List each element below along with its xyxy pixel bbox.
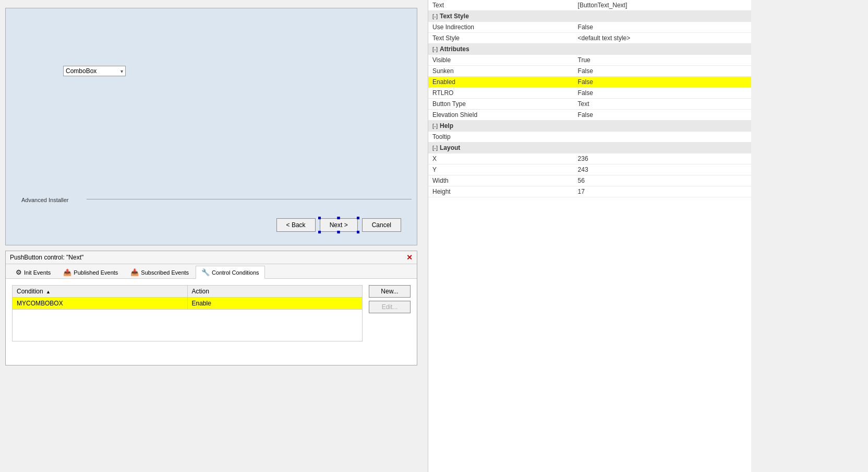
tab-init-events[interactable]: ⚙ Init Events xyxy=(10,266,56,278)
condition-cell: MYCOMBOBOX xyxy=(13,298,188,309)
designer-area: ComboBox ▾ Advanced Installer < Back Nex… xyxy=(0,0,428,472)
close-panel-button[interactable]: ✕ xyxy=(406,253,413,262)
prop-label-y: Y xyxy=(428,164,574,175)
subscribed-events-icon: 📥 xyxy=(130,268,139,276)
prop-label-text: Text xyxy=(428,0,574,11)
prop-label-rtlro: RTLRO xyxy=(428,88,574,99)
prop-value-enabled[interactable]: False xyxy=(574,77,751,88)
prop-label-tooltip: Tooltip xyxy=(428,132,574,143)
selection-handle-tm xyxy=(337,217,340,219)
bottom-panel-title-text: PushButton control: "Next" xyxy=(10,254,83,261)
prop-label-text-style: Text Style xyxy=(428,33,574,44)
bottom-panel-title-bar: PushButton control: "Next" ✕ xyxy=(6,251,417,264)
table-header: Condition ▲ Action xyxy=(13,286,362,298)
combobox-dropdown-icon: ▾ xyxy=(120,68,123,74)
prop-value-rtlro: False xyxy=(574,88,751,99)
collapse-icon[interactable]: [-] xyxy=(432,123,438,129)
prop-label-sunken: Sunken xyxy=(428,66,574,77)
prop-label-height: Height xyxy=(428,186,574,197)
action-buttons: New... Edit... xyxy=(369,285,411,313)
prop-value-text-style: <default text style> xyxy=(574,33,751,44)
bottom-panel: PushButton control: "Next" ✕ ⚙ Init Even… xyxy=(5,251,417,365)
prop-label-visible: Visible xyxy=(428,55,574,66)
collapse-icon[interactable]: [-] xyxy=(432,145,438,151)
empty-table-area xyxy=(13,310,362,341)
prop-value-button-type: Text xyxy=(574,99,751,110)
new-condition-button[interactable]: New... xyxy=(369,285,411,298)
tab-control-conditions-label: Control Conditions xyxy=(212,269,259,276)
selection-handle-tl xyxy=(318,217,321,219)
combobox-control[interactable]: ComboBox ▾ xyxy=(63,66,126,76)
table-wrapper: Condition ▲ Action MYCOMBOBOX Enable New… xyxy=(12,285,411,341)
prop-label-button-type: Button Type xyxy=(428,99,574,110)
control-conditions-icon: 🔧 xyxy=(201,268,210,276)
combobox-container: ComboBox ▾ xyxy=(63,66,126,76)
tab-subscribed-events[interactable]: 📥 Subscribed Events xyxy=(125,266,195,278)
panel-content: Condition ▲ Action MYCOMBOBOX Enable New… xyxy=(6,279,417,364)
properties-table: Text[ButtonText_Next][-]Text StyleUse In… xyxy=(428,0,751,197)
prop-value-visible: True xyxy=(574,55,751,66)
next-button[interactable]: Next > xyxy=(320,218,358,232)
prop-value-tooltip xyxy=(574,132,751,143)
prop-value-width: 56 xyxy=(574,175,751,186)
tab-subscribed-events-label: Subscribed Events xyxy=(141,269,189,276)
cancel-button[interactable]: Cancel xyxy=(362,218,401,232)
advanced-installer-label: Advanced Installer xyxy=(21,197,69,203)
prop-label-enabled: Enabled xyxy=(428,77,574,88)
properties-panel: Text[ButtonText_Next][-]Text StyleUse In… xyxy=(428,0,751,472)
tab-published-events-label: Published Events xyxy=(74,269,118,276)
selection-handle-tr xyxy=(357,217,359,219)
tab-init-events-label: Init Events xyxy=(24,269,51,276)
prop-value-use-indirection: False xyxy=(574,22,751,33)
back-button[interactable]: < Back xyxy=(276,218,316,232)
prop-label-elevation-shield: Elevation Shield xyxy=(428,110,574,121)
init-events-icon: ⚙ xyxy=(16,268,22,276)
section-header-layout: [-]Layout xyxy=(428,143,751,154)
prop-value-elevation-shield: False xyxy=(574,110,751,121)
prop-value-text: [ButtonText_Next] xyxy=(574,0,751,11)
tab-control-conditions[interactable]: 🔧 Control Conditions xyxy=(196,266,265,279)
prop-label-x: X xyxy=(428,154,574,164)
prop-label-width: Width xyxy=(428,175,574,186)
sort-arrow: ▲ xyxy=(46,289,51,294)
selection-handle-bm xyxy=(337,231,340,233)
collapse-icon[interactable]: [-] xyxy=(432,14,438,19)
selection-handle-br xyxy=(357,231,359,233)
advanced-installer-divider xyxy=(87,199,412,199)
tab-published-events[interactable]: 📤 Published Events xyxy=(57,266,124,278)
section-header-attributes: [-]Attributes xyxy=(428,44,751,55)
prop-value-y: 243 xyxy=(574,164,751,175)
action-header: Action xyxy=(188,286,363,297)
action-cell: Enable xyxy=(188,298,363,309)
selection-handle-bl xyxy=(318,231,321,233)
conditions-table-container: Condition ▲ Action MYCOMBOBOX Enable xyxy=(12,285,363,341)
prop-value-x: 236 xyxy=(574,154,751,164)
condition-header: Condition ▲ xyxy=(13,286,188,297)
prop-label-use-indirection: Use Indirection xyxy=(428,22,574,33)
prop-value-height: 17 xyxy=(574,186,751,197)
section-header-help: [-]Help xyxy=(428,121,751,132)
dialog-preview: ComboBox ▾ Advanced Installer < Back Nex… xyxy=(5,8,417,245)
collapse-icon[interactable]: [-] xyxy=(432,46,438,52)
tabs-bar: ⚙ Init Events 📤 Published Events 📥 Subsc… xyxy=(6,264,417,279)
edit-condition-button[interactable]: Edit... xyxy=(369,301,411,313)
published-events-icon: 📤 xyxy=(63,268,71,276)
dialog-buttons: < Back Next > Cancel xyxy=(276,218,401,232)
prop-value-sunken: False xyxy=(574,66,751,77)
combobox-text: ComboBox xyxy=(66,67,120,75)
next-button-container: Next > xyxy=(320,218,358,232)
table-row[interactable]: MYCOMBOBOX Enable xyxy=(13,298,362,310)
section-header-text-style: [-]Text Style xyxy=(428,11,751,22)
